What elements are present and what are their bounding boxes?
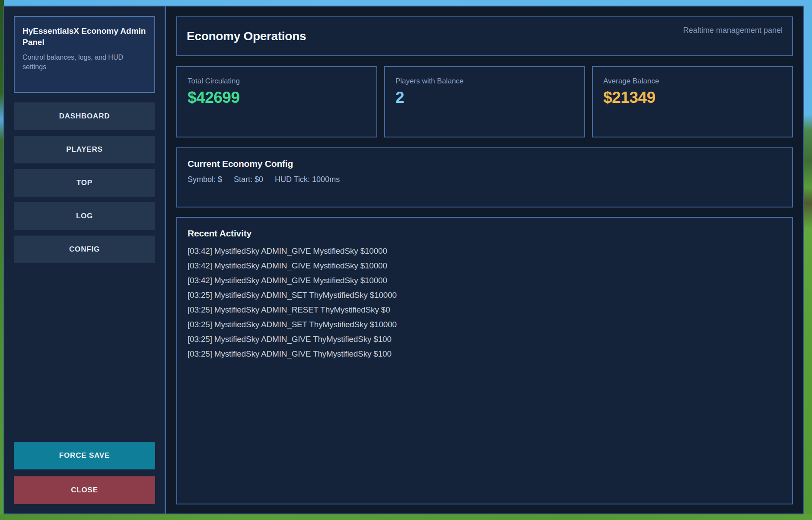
sidebar-spacer <box>14 269 155 442</box>
log-entry: [03:25] MystifiedSky ADMIN_SET ThyMystif… <box>188 288 782 303</box>
main-content: Economy Operations Realtime management p… <box>166 6 803 514</box>
log-entry: [03:25] MystifiedSky ADMIN_SET ThyMystif… <box>188 317 782 332</box>
log-entry: [03:42] MystifiedSky ADMIN_GIVE Mystifie… <box>188 273 782 288</box>
game-right-strip <box>804 0 812 520</box>
close-button[interactable]: CLOSE <box>14 476 155 504</box>
force-save-label: FORCE SAVE <box>59 451 110 460</box>
stat-value: $42699 <box>188 89 366 107</box>
economy-config-card: Current Economy Config Symbol: $Start: $… <box>176 147 793 207</box>
stat-value: $21349 <box>603 89 782 107</box>
nav-label: LOG <box>76 212 93 220</box>
sidebar-header-card: HyEssentialsX Economy Admin Panel Contro… <box>14 16 155 93</box>
stat-card-total-circulating: Total Circulating $42699 <box>176 66 377 137</box>
config-hud-tick: HUD Tick: 1000ms <box>275 175 340 184</box>
activity-section-title: Recent Activity <box>188 228 782 239</box>
log-entry: [03:25] MystifiedSky ADMIN_GIVE ThyMysti… <box>188 347 782 361</box>
nav-label: DASHBOARD <box>59 112 110 121</box>
stat-card-players-with-balance: Players with Balance 2 <box>384 66 585 137</box>
activity-log-list: [03:42] MystifiedSky ADMIN_GIVE Mystifie… <box>188 244 782 361</box>
panel-title: HyEssentialsX Economy Admin Panel <box>22 26 146 48</box>
game-sky-strip <box>0 0 812 6</box>
sidebar-item-players[interactable]: PLAYERS <box>14 136 155 163</box>
config-start: Start: $0 <box>234 175 263 184</box>
page-title: Economy Operations <box>187 29 306 43</box>
config-section-title: Current Economy Config <box>188 159 782 169</box>
sidebar: HyEssentialsX Economy Admin Panel Contro… <box>4 6 166 514</box>
force-save-button[interactable]: FORCE SAVE <box>14 442 155 469</box>
nav-label: TOP <box>76 179 92 187</box>
stat-label: Average Balance <box>603 77 782 86</box>
stats-row: Total Circulating $42699 Players with Ba… <box>176 66 793 137</box>
game-grass-strip <box>0 514 812 520</box>
sidebar-item-config[interactable]: CONFIG <box>14 236 155 263</box>
log-entry: [03:42] MystifiedSky ADMIN_GIVE Mystifie… <box>188 258 782 273</box>
main-header-card: Economy Operations Realtime management p… <box>176 16 793 56</box>
page-subtitle: Realtime management panel <box>683 26 783 35</box>
stat-label: Players with Balance <box>395 77 574 86</box>
panel-subtitle: Control balances, logs, and HUD settings <box>22 53 146 72</box>
close-label: CLOSE <box>71 486 98 494</box>
log-entry: [03:25] MystifiedSky ADMIN_GIVE ThyMysti… <box>188 332 782 347</box>
log-entry: [03:42] MystifiedSky ADMIN_GIVE Mystifie… <box>188 244 782 258</box>
sidebar-item-top[interactable]: TOP <box>14 169 155 197</box>
log-entry: [03:25] MystifiedSky ADMIN_RESET ThyMyst… <box>188 303 782 317</box>
economy-admin-panel: HyEssentialsX Economy Admin Panel Contro… <box>3 6 804 514</box>
config-symbol: Symbol: $ <box>188 175 222 184</box>
config-values: Symbol: $Start: $0HUD Tick: 1000ms <box>188 175 782 184</box>
stat-value: 2 <box>395 89 574 107</box>
nav-label: CONFIG <box>69 245 100 254</box>
recent-activity-card: Recent Activity [03:42] MystifiedSky ADM… <box>176 217 793 504</box>
stat-label: Total Circulating <box>188 77 366 86</box>
nav-label: PLAYERS <box>66 145 102 154</box>
stat-card-average-balance: Average Balance $21349 <box>592 66 793 137</box>
sidebar-item-log[interactable]: LOG <box>14 202 155 230</box>
sidebar-item-dashboard[interactable]: DASHBOARD <box>14 102 155 130</box>
